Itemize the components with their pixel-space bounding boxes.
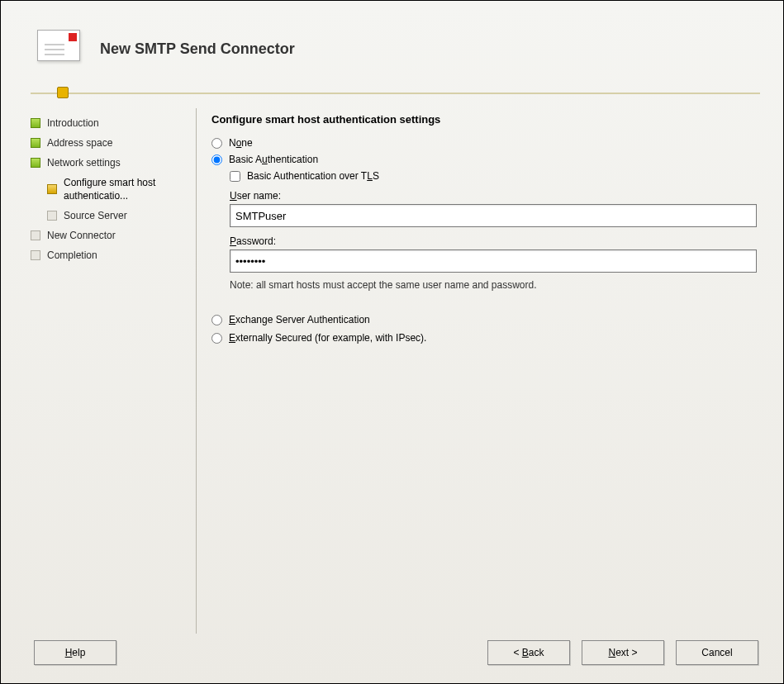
radio-none-row[interactable]: None xyxy=(211,137,757,149)
step-completion: Completion xyxy=(31,245,188,265)
step-configure-smart-host-auth: Configure smart host authenticatio... xyxy=(31,173,188,206)
page-title: New SMTP Send Connector xyxy=(100,40,295,58)
content-heading: Configure smart host authentication sett… xyxy=(211,113,757,126)
radio-external-row[interactable]: Externally Secured (for example, with IP… xyxy=(211,332,757,344)
radio-none[interactable] xyxy=(211,138,222,149)
step-introduction: Introduction xyxy=(31,113,188,133)
back-button[interactable]: < Back xyxy=(487,640,570,665)
radio-none-label: None xyxy=(229,137,253,149)
vertical-separator xyxy=(196,108,197,634)
step-bullet-icon xyxy=(31,138,40,148)
header: New SMTP Send Connector xyxy=(1,1,783,92)
connector-icon xyxy=(34,28,83,78)
password-input[interactable] xyxy=(230,249,757,273)
step-bullet-icon xyxy=(47,184,57,194)
cancel-button[interactable]: Cancel xyxy=(676,640,758,665)
radio-exchange-label: Exchange Server Authentication xyxy=(229,314,370,325)
step-source-server: Source Server xyxy=(31,206,188,226)
radio-basic-row[interactable]: Basic Authentication xyxy=(211,154,757,165)
step-bullet-icon xyxy=(31,230,40,240)
wizard-steps-sidebar: Introduction Address space Network setti… xyxy=(31,113,196,634)
step-bullet-icon xyxy=(47,211,57,221)
checkbox-tls-label: Basic Authentication over TLS xyxy=(247,170,379,182)
step-bullet-icon xyxy=(31,250,40,260)
note-text: Note: all smart hosts must accept the sa… xyxy=(230,279,757,291)
next-button[interactable]: Next > xyxy=(582,640,664,665)
radio-basic-label: Basic Authentication xyxy=(229,154,318,165)
username-label: User name: xyxy=(230,190,757,202)
radio-external-label: Externally Secured (for example, with IP… xyxy=(229,332,426,344)
step-new-connector: New Connector xyxy=(31,226,188,245)
checkbox-basic-tls[interactable] xyxy=(230,171,240,182)
radio-exchange[interactable] xyxy=(211,315,222,325)
radio-basic[interactable] xyxy=(211,154,222,165)
header-divider xyxy=(31,90,760,97)
step-network-settings: Network settings xyxy=(31,153,188,173)
step-bullet-icon xyxy=(31,158,40,168)
content-panel: Configure smart host authentication sett… xyxy=(211,113,760,634)
username-input[interactable] xyxy=(230,204,757,227)
checkbox-tls-row[interactable]: Basic Authentication over TLS xyxy=(230,170,757,182)
step-address-space: Address space xyxy=(31,133,188,153)
footer: Help < Back Next > Cancel xyxy=(1,634,783,683)
radio-exchange-row[interactable]: Exchange Server Authentication xyxy=(211,314,757,325)
radio-external[interactable] xyxy=(211,333,222,344)
wizard-dialog: New SMTP Send Connector Introduction Add… xyxy=(0,0,784,684)
step-bullet-icon xyxy=(31,118,40,128)
password-label: Password: xyxy=(230,235,757,247)
help-button[interactable]: Help xyxy=(34,640,116,665)
